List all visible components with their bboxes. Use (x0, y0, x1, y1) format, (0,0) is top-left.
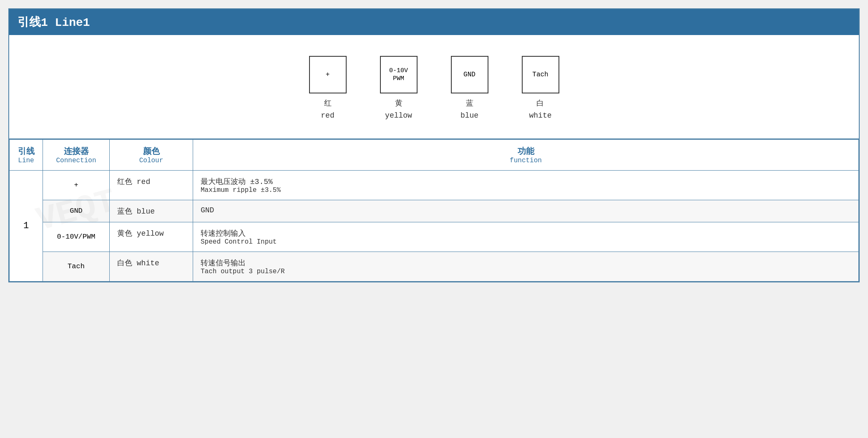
pin-pwm-box: 0-10VPWM (380, 56, 418, 93)
connector-pwm-cell: 0-10V/PWM (43, 222, 110, 252)
colour-red-cell: 红色 red (110, 170, 193, 200)
pin-gnd-label: 蓝 blue (460, 98, 478, 122)
pin-pwm-label: 黄 yellow (385, 98, 412, 122)
diagram-section: + 红 red 0-10VPWM 黄 yellow GND 蓝 blue (9, 35, 859, 139)
pin-tach-item: Tach 白 white (522, 56, 559, 122)
data-table: 引线 Line 连接器 Connection 颜色 Colour 功能 func… (9, 139, 859, 282)
pin-tach-box: Tach (522, 56, 559, 93)
th-colour: 颜色 Colour (110, 139, 193, 170)
line-number-cell: 1 (10, 170, 43, 281)
colour-blue-cell: 蓝色 blue (110, 200, 193, 222)
function-red-cell: 最大电压波动 ±3.5% Maximum ripple ±3.5% (193, 170, 859, 200)
pin-plus-box: + (309, 56, 347, 93)
table-header-row: 引线 Line 连接器 Connection 颜色 Colour 功能 func… (10, 139, 859, 170)
pin-gnd-box: GND (451, 56, 488, 93)
header: 引线1 Line1 (9, 9, 859, 35)
pin-pwm-item: 0-10VPWM 黄 yellow (380, 56, 418, 122)
connector-plus-cell: + (43, 170, 110, 200)
table-section: 引线 Line 连接器 Connection 颜色 Colour 功能 func… (9, 139, 859, 282)
table-row: 1 + 红色 red 最大电压波动 ±3.5% Maximum ripple ±… (10, 170, 859, 200)
connector-gnd-cell: GND VEQT (43, 200, 110, 222)
function-pwm-cell: 转速控制输入 Speed Control Input (193, 222, 859, 252)
th-line: 引线 Line (10, 139, 43, 170)
colour-white-cell: 白色 white (110, 252, 193, 281)
diagram-inner: + 红 red 0-10VPWM 黄 yellow GND 蓝 blue (18, 48, 850, 130)
pin-tach-label: 白 white (529, 98, 551, 122)
pin-plus-label: 红 red (321, 98, 334, 122)
table-row: 0-10V/PWM 黄色 yellow 转速控制输入 Speed Control… (10, 222, 859, 252)
function-tach-cell: 转速信号输出 Tach output 3 pulse/R (193, 252, 859, 281)
th-function: 功能 function (193, 139, 859, 170)
pin-gnd-item: GND 蓝 blue (451, 56, 488, 122)
colour-yellow-cell: 黄色 yellow (110, 222, 193, 252)
function-gnd-cell: GND (193, 200, 859, 222)
pin-plus-item: + 红 red (309, 56, 347, 122)
th-connection: 连接器 Connection (43, 139, 110, 170)
connector-tach-cell: Tach (43, 252, 110, 281)
main-container: 引线1 Line1 + 红 red 0-10VPWM 黄 yellow GND (8, 8, 860, 282)
table-row: GND VEQT 蓝色 blue GND (10, 200, 859, 222)
table-row: Tach 白色 white 转速信号输出 Tach output 3 pulse… (10, 252, 859, 281)
page-title: 引线1 Line1 (18, 16, 90, 29)
